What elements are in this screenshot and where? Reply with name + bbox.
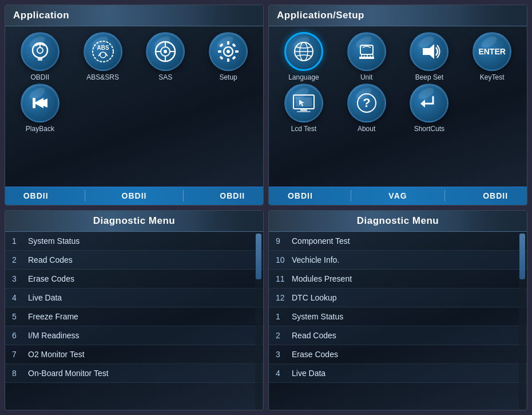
diag-right-header: Diagnostic Menu (269, 211, 527, 232)
icon-item-lcdtest[interactable]: Lcd Test (273, 84, 334, 133)
diag-list-item[interactable]: 12DTC Lookup (269, 288, 527, 307)
beep-icon-circle (410, 32, 448, 71)
playback-icon-circle (21, 84, 59, 122)
item-text: Erase Codes (28, 274, 74, 283)
svg-marker-48 (420, 100, 425, 108)
svg-rect-44 (297, 111, 311, 112)
language-label: Language (288, 73, 319, 81)
item-number: 8 (12, 369, 28, 378)
svg-point-4 (93, 41, 113, 62)
diag-list-item[interactable]: 1System Status (269, 307, 527, 326)
svg-point-0 (33, 43, 47, 58)
icon-item-playback[interactable]: PlayBack (10, 84, 70, 133)
sas-label: SAS (158, 73, 172, 81)
svg-rect-43 (300, 109, 307, 111)
item-text: I/M Readiness (28, 331, 79, 340)
item-text: DTC Lookup (292, 293, 337, 302)
diag-list-item[interactable]: 1System Status (5, 232, 263, 251)
diag-list-item[interactable]: 4Live Data (269, 364, 527, 383)
item-number: 7 (12, 350, 28, 359)
diag-list-item[interactable]: 6I/M Readiness (5, 326, 263, 345)
item-number: 10 (276, 255, 292, 264)
diag-right-list: 9Component Test10Vechicle Info.11Modules… (269, 232, 527, 383)
abs-svg: ABS (90, 39, 116, 64)
app-bottom-obdii-1[interactable]: OBDII (23, 191, 49, 200)
shortcuts-label: ShortCuts (414, 125, 444, 133)
application-panel: Application OBDII (5, 5, 264, 205)
svg-point-17 (227, 50, 230, 53)
setup-bottom-obdii[interactable]: OBDII (288, 191, 313, 200)
icon-item-keytest[interactable]: ENTER KeyTest (462, 32, 522, 81)
unit-icon-circle (347, 32, 386, 71)
item-text: Vechicle Info. (292, 255, 339, 264)
abs-label: ABS&SRS (86, 73, 119, 81)
diag-list-item[interactable]: 11Modules Present (269, 270, 527, 288)
diag-list-item[interactable]: 9Component Test (269, 232, 527, 251)
setup-icon-circle (209, 32, 248, 71)
about-label: About (358, 125, 375, 133)
shortcuts-svg (417, 91, 441, 115)
item-text: Live Data (292, 369, 325, 378)
item-number: 6 (12, 331, 28, 340)
icon-item-about[interactable]: ? About (336, 84, 397, 133)
item-number: 5 (12, 312, 28, 321)
diag-list-item[interactable]: 4Live Data (5, 288, 263, 307)
item-text: Component Test (292, 236, 350, 246)
svg-text:ABS: ABS (97, 45, 109, 51)
icon-item-sas[interactable]: SAS (136, 32, 196, 81)
unit-svg (355, 39, 379, 64)
diag-right-panel: Diagnostic Menu 9Component Test10Vechicl… (268, 210, 527, 411)
shortcuts-icon-circle (410, 84, 448, 122)
icon-item-language[interactable]: Language (273, 32, 334, 81)
setup-svg (216, 39, 240, 64)
diag-left-scrollbar[interactable] (255, 234, 262, 410)
item-text: Read Codes (292, 331, 336, 340)
lcdtest-icon-circle (284, 84, 323, 122)
obdii-icon-circle (21, 32, 59, 71)
setup-bottom-vag[interactable]: VAG (388, 191, 407, 200)
item-number: 4 (12, 293, 28, 302)
svg-point-1 (37, 48, 43, 53)
icon-item-shortcuts[interactable]: ShortCuts (399, 84, 460, 133)
svg-marker-40 (423, 44, 434, 59)
svg-rect-25 (232, 56, 236, 60)
diag-list-item[interactable]: 2Read Codes (5, 251, 263, 270)
icon-item-abs[interactable]: ABS ABS&SRS (73, 32, 133, 81)
svg-rect-22 (220, 43, 224, 47)
item-text: System Status (28, 236, 80, 246)
item-text: On-Board Monitor Test (28, 369, 109, 378)
lcdtest-label: Lcd Test (291, 125, 316, 133)
item-number: 2 (276, 331, 292, 340)
diag-list-item[interactable]: 5Freeze Frame (5, 307, 263, 326)
icon-item-setup[interactable]: Setup (198, 32, 259, 81)
item-text: Erase Codes (292, 350, 338, 359)
setup-bottom-bar: OBDII VAG OBDII (269, 187, 527, 205)
item-number: 11 (276, 274, 292, 283)
language-svg (292, 39, 316, 64)
playback-svg (28, 91, 52, 115)
diag-list-item[interactable]: 7O2 Monitor Test (5, 345, 263, 364)
diag-right-scrollbar[interactable] (519, 234, 526, 410)
item-text: O2 Monitor Test (28, 350, 85, 359)
item-number: 2 (12, 255, 28, 264)
setup-bottom-obdii2[interactable]: OBDII (483, 191, 508, 200)
icon-item-unit[interactable]: Unit (336, 32, 397, 81)
diag-list-item[interactable]: 3Erase Codes (5, 270, 263, 288)
app-icons-grid: OBDII ABS ABS&SRS (5, 26, 263, 136)
keytest-icon-circle: ENTER (473, 32, 511, 71)
icon-item-beep[interactable]: Beep Set (399, 32, 460, 81)
svg-rect-3 (38, 57, 42, 61)
sas-icon-circle (146, 32, 185, 71)
app-bottom-obdii-3[interactable]: OBDII (220, 191, 245, 200)
sas-svg (153, 39, 177, 64)
diag-left-header: Diagnostic Menu (5, 211, 263, 232)
icon-item-obdii[interactable]: OBDII (10, 32, 70, 81)
abs-icon-circle: ABS (84, 32, 122, 71)
diag-list-item[interactable]: 2Read Codes (269, 326, 527, 345)
diag-list-item[interactable]: 3Erase Codes (269, 345, 527, 364)
item-number: 9 (276, 236, 292, 246)
diag-list-item[interactable]: 8On-Board Monitor Test (5, 364, 263, 383)
beep-svg (417, 39, 441, 64)
app-bottom-obdii-2[interactable]: OBDII (122, 191, 147, 200)
diag-list-item[interactable]: 10Vechicle Info. (269, 251, 527, 270)
